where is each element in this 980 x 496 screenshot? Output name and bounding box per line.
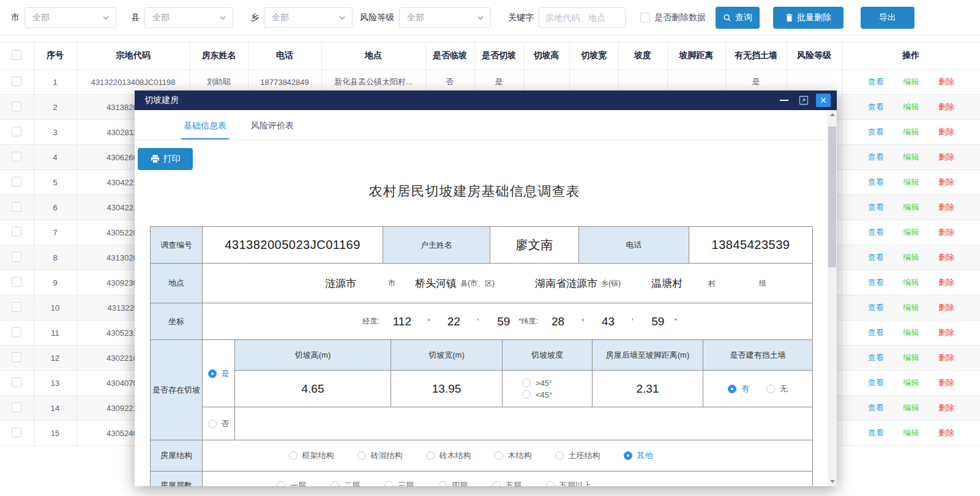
structure-brick-concrete-radio[interactable]: 砖混结构 (357, 450, 403, 461)
view-link[interactable]: 查看 (868, 177, 884, 187)
location-village-suffix: 村 (708, 278, 716, 289)
maximize-icon[interactable] (796, 94, 811, 107)
delete-link[interactable]: 删除 (938, 278, 954, 287)
edit-link[interactable]: 编辑 (903, 177, 919, 187)
view-link[interactable]: 查看 (868, 353, 884, 362)
row-checkbox[interactable] (12, 227, 21, 237)
row-checkbox[interactable] (12, 428, 21, 437)
floors-1-radio[interactable]: 一层 (277, 480, 306, 486)
township-select[interactable]: 全部 (264, 7, 353, 28)
floors-5-radio[interactable]: 五层 (492, 480, 522, 486)
floors-2-radio[interactable]: 二层 (331, 480, 360, 486)
scrollbar-thumb[interactable] (828, 127, 836, 267)
row-checkbox[interactable] (12, 152, 21, 161)
edit-link[interactable]: 编辑 (903, 152, 919, 161)
edit-link[interactable]: 编辑 (903, 102, 919, 111)
print-button[interactable]: 打印 (138, 148, 193, 170)
view-link[interactable]: 查看 (868, 303, 884, 312)
row-checkbox[interactable] (12, 127, 21, 136)
row-checkbox[interactable] (12, 402, 21, 412)
edit-link[interactable]: 编辑 (903, 328, 919, 337)
scroll-down-icon[interactable] (828, 477, 837, 486)
grade-lt45-radio[interactable]: <45° (522, 390, 552, 399)
scroll-up-icon[interactable] (828, 110, 837, 119)
edit-link[interactable]: 编辑 (903, 253, 919, 262)
structure-other-radio[interactable]: 其他 (624, 450, 653, 461)
row-checkbox[interactable] (12, 102, 21, 111)
tab-risk-eval[interactable]: 风险评价表 (249, 120, 296, 139)
wall-no-radio[interactable]: 无 (766, 383, 788, 394)
row-checkbox[interactable] (12, 377, 21, 387)
row-checkbox[interactable] (12, 252, 21, 262)
delete-link[interactable]: 删除 (938, 127, 954, 136)
structure-adobe-radio[interactable]: 土坯结构 (555, 450, 600, 461)
city-select[interactable]: 全部 (24, 7, 116, 28)
edit-link[interactable]: 编辑 (903, 278, 919, 287)
edit-link[interactable]: 编辑 (903, 403, 919, 412)
delete-link[interactable]: 删除 (938, 328, 954, 337)
view-link[interactable]: 查看 (868, 278, 884, 287)
row-checkbox[interactable] (12, 177, 21, 187)
row-checkbox[interactable] (12, 327, 21, 337)
structure-brick-wood-radio[interactable]: 砖木结构 (426, 450, 471, 461)
grade-gt45-radio[interactable]: >45° (522, 379, 552, 388)
delete-link[interactable]: 删除 (938, 253, 954, 262)
edit-link[interactable]: 编辑 (903, 202, 919, 212)
tab-basic-info[interactable]: 基础信息表 (181, 120, 229, 139)
delete-link[interactable]: 删除 (938, 303, 954, 312)
delete-link[interactable]: 删除 (938, 228, 954, 237)
view-link[interactable]: 查看 (868, 102, 884, 111)
view-link[interactable]: 查看 (868, 403, 884, 412)
edit-link[interactable]: 编辑 (903, 127, 919, 136)
delete-link[interactable]: 删除 (938, 77, 954, 86)
edit-link[interactable]: 编辑 (903, 378, 919, 387)
view-link[interactable]: 查看 (868, 378, 884, 387)
select-all-checkbox[interactable] (12, 50, 21, 60)
modal-scrollbar[interactable] (828, 110, 837, 486)
close-icon[interactable]: ✕ (816, 94, 831, 107)
delete-link[interactable]: 删除 (938, 152, 954, 161)
edit-link[interactable]: 编辑 (903, 228, 919, 237)
structure-frame-radio[interactable]: 框架结构 (289, 450, 334, 461)
floors-4-radio[interactable]: 四层 (438, 480, 468, 486)
view-link[interactable]: 查看 (868, 428, 884, 437)
location-village: 温塘村 (651, 276, 683, 291)
query-button[interactable]: 查询 (716, 7, 760, 29)
batch-delete-button[interactable]: 批量删除 (773, 7, 843, 29)
edit-link[interactable]: 编辑 (903, 428, 919, 437)
row-checkbox[interactable] (12, 302, 21, 312)
floors-5plus-radio[interactable]: 五层以上 (546, 480, 591, 486)
show-deleted-checkbox[interactable] (640, 13, 650, 23)
slope-yes-radio[interactable]: 是 (208, 368, 230, 379)
view-link[interactable]: 查看 (868, 228, 884, 237)
row-checkbox[interactable] (12, 277, 21, 287)
view-link[interactable]: 查看 (868, 152, 884, 161)
edit-link[interactable]: 编辑 (903, 303, 919, 312)
structure-wood-radio[interactable]: 木结构 (495, 450, 532, 461)
delete-link[interactable]: 删除 (938, 378, 954, 387)
row-checkbox[interactable] (12, 76, 21, 86)
floors-3-radio[interactable]: 三层 (384, 480, 414, 486)
edit-link[interactable]: 编辑 (903, 77, 919, 86)
row-checkbox[interactable] (12, 202, 21, 212)
view-link[interactable]: 查看 (868, 328, 884, 337)
slope-no-radio[interactable]: 否 (208, 418, 230, 429)
delete-link[interactable]: 删除 (938, 102, 954, 111)
delete-link[interactable]: 删除 (938, 202, 954, 212)
view-link[interactable]: 查看 (868, 202, 884, 212)
county-select[interactable]: 全部 (144, 7, 233, 28)
wall-yes-radio[interactable]: 有 (728, 383, 749, 394)
risk-select[interactable]: 全部 (399, 7, 491, 28)
row-checkbox[interactable] (12, 352, 21, 362)
view-link[interactable]: 查看 (868, 77, 884, 86)
minimize-icon[interactable] (777, 94, 791, 107)
view-link[interactable]: 查看 (868, 127, 884, 136)
edit-link[interactable]: 编辑 (903, 353, 919, 362)
delete-link[interactable]: 删除 (938, 428, 954, 437)
view-link[interactable]: 查看 (868, 253, 884, 262)
delete-link[interactable]: 删除 (938, 403, 954, 412)
delete-link[interactable]: 删除 (938, 353, 954, 362)
keyword-input[interactable] (539, 7, 626, 28)
delete-link[interactable]: 删除 (938, 177, 954, 187)
export-button[interactable]: 导出 (861, 7, 915, 29)
